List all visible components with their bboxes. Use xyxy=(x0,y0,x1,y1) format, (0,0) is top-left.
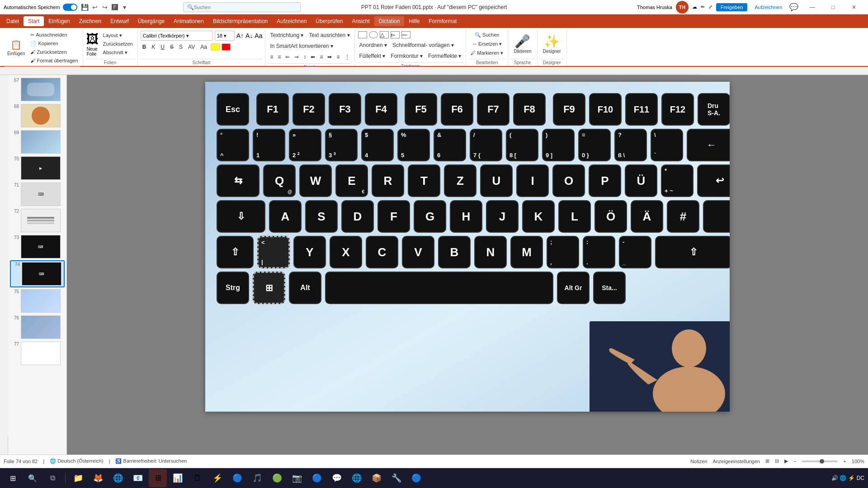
line-spacing-button[interactable]: ↕ xyxy=(302,52,308,61)
cloud-icon[interactable]: ☁ xyxy=(692,4,697,10)
indent-more-button[interactable]: ⇒ xyxy=(292,52,301,61)
taskbar-search[interactable]: 🔍 xyxy=(24,469,42,487)
more-icon[interactable]: ▾ xyxy=(121,3,129,11)
menu-einfuegen[interactable]: Einfügen xyxy=(44,16,74,26)
menu-start[interactable]: Start xyxy=(24,16,44,26)
format-uebertragen-button[interactable]: 🖌 Format übertragen xyxy=(28,56,80,65)
user-avatar[interactable]: TH xyxy=(676,1,689,14)
align-center-button[interactable]: ≡ xyxy=(318,52,325,61)
share-btn[interactable]: Freigeben xyxy=(716,3,748,11)
taskbar-settings[interactable]: 🔧 xyxy=(387,469,406,487)
notes-button[interactable]: Notizen xyxy=(690,459,707,464)
taskbar-explorer[interactable]: 📁 xyxy=(69,469,87,487)
search-box[interactable]: 🔍 xyxy=(183,2,301,12)
shrink-font-icon[interactable]: A↓ xyxy=(245,32,253,39)
taskbar-chrome[interactable]: 🌐 xyxy=(109,469,127,487)
menu-uebergaenge[interactable]: Übergänge xyxy=(133,16,169,26)
shadow-button[interactable]: S xyxy=(177,42,184,52)
expand-icon[interactable]: ⤢ xyxy=(708,4,712,10)
taskbar-app2[interactable]: 🔵 xyxy=(228,469,246,487)
taskbar-ppt[interactable]: 🖥 xyxy=(149,469,167,487)
accessibility-status[interactable]: ♿ Barrierefreiheit: Untersuchen xyxy=(115,458,187,464)
shape-tri[interactable]: △ xyxy=(380,31,389,38)
slide-panel[interactable]: 67 68 69 70 xyxy=(8,75,67,455)
view-normal-icon[interactable]: ⊞ xyxy=(765,458,769,464)
align-left-button[interactable]: ⬅ xyxy=(309,52,317,61)
menu-aufzeichnen[interactable]: Aufzeichnen xyxy=(272,16,311,26)
taskbar-mail[interactable]: 📧 xyxy=(129,469,147,487)
spacing-button[interactable]: AV xyxy=(186,42,197,52)
diktieren-button[interactable]: 🎤 Diktieren xyxy=(511,31,534,56)
shape-line[interactable]: — xyxy=(401,31,410,38)
indent-less-button[interactable]: ⇐ xyxy=(283,52,292,61)
menu-zeichnen[interactable]: Zeichnen xyxy=(75,16,106,26)
justify-button[interactable]: ≡ xyxy=(335,52,341,61)
taskbar-pkg[interactable]: 📦 xyxy=(368,469,386,487)
taskbar-onenote[interactable]: 🗒 xyxy=(189,469,207,487)
menu-animationen[interactable]: Animationen xyxy=(169,16,208,26)
num-list-button[interactable]: ≡ xyxy=(276,52,283,61)
underline-button[interactable]: U xyxy=(159,42,166,52)
case-button[interactable]: Aa xyxy=(198,42,209,52)
slide-thumb-77[interactable]: 77 xyxy=(10,341,65,366)
slide-thumb-72[interactable]: 72 xyxy=(10,208,65,233)
abschnitt-button[interactable]: Abschnitt ▾ xyxy=(101,48,135,56)
slide-thumb-71[interactable]: 71 ⌨ xyxy=(10,182,65,207)
redo-icon[interactable]: ↪ xyxy=(101,3,109,11)
ersetzen-button[interactable]: ↔ Ersetzen ▾ xyxy=(470,40,504,48)
taskbar-camera[interactable]: 📷 xyxy=(288,469,306,487)
font-size-selector[interactable]: 18 ▾ xyxy=(215,31,235,41)
canvas-area[interactable]: Esc F1 F2 F3 F4 F5 F6 F7 F8 F9 F10 F11 F… xyxy=(67,75,868,455)
menu-bildschirm[interactable]: Bildschirmpräsentation xyxy=(208,16,272,26)
slide-thumb-73[interactable]: 73 ⌨ xyxy=(10,234,65,259)
neue-folie-btn[interactable]: 🖼 NeueFolie xyxy=(86,32,99,56)
schnellformat-button[interactable]: Schnellformat- vorlagen ▾ xyxy=(391,41,456,50)
pen-icon[interactable]: ✏ xyxy=(701,4,705,10)
italic-button[interactable]: K xyxy=(150,42,157,52)
taskbar-app3[interactable]: 🔵 xyxy=(308,469,326,487)
menu-ansicht[interactable]: Ansicht xyxy=(347,16,374,26)
designer-button[interactable]: ✨ Designer xyxy=(540,31,564,56)
slide-thumb-74[interactable]: 74 ⌨ xyxy=(10,260,65,287)
columns-button[interactable]: ⋮ xyxy=(343,52,352,61)
font-family-selector[interactable]: Calibri (Textkörper) ▾ xyxy=(141,31,213,41)
record-btn[interactable]: Aufzeichnen xyxy=(751,3,786,11)
list-button[interactable]: ≡ xyxy=(268,52,275,61)
shape-oval[interactable] xyxy=(369,31,378,38)
slide-thumb-68[interactable]: 68 xyxy=(10,103,65,128)
shape-rect[interactable] xyxy=(358,31,367,38)
anordnen-button[interactable]: Anordnen ▾ xyxy=(358,41,389,50)
kopieren-button[interactable]: 📄 Kopieren xyxy=(28,39,80,47)
menu-ueberpruefen[interactable]: Überprüfen xyxy=(311,16,347,26)
save-icon[interactable]: 💾 xyxy=(81,3,89,11)
textrichtung-button[interactable]: Textrichtung ▾ xyxy=(268,31,305,40)
view-slide-icon[interactable]: ▶ xyxy=(784,458,788,464)
language-display[interactable]: 🌐 Deutsch (Österreich) xyxy=(50,458,104,464)
taskbar-browser2[interactable]: 🌐 xyxy=(348,469,366,487)
close-button[interactable]: ✕ xyxy=(844,0,864,14)
taskbar-media[interactable]: 🎵 xyxy=(248,469,266,487)
align-right-button[interactable]: ➡ xyxy=(326,52,334,61)
zoom-slider[interactable] xyxy=(802,460,838,462)
start-button[interactable]: ⊞ xyxy=(4,469,22,487)
slide-thumb-69[interactable]: 69 xyxy=(10,129,65,155)
smartart-button[interactable]: In SmartArt konvertieren ▾ xyxy=(268,42,335,51)
slide-thumb-67[interactable]: 67 xyxy=(10,77,65,102)
bold-button[interactable]: B xyxy=(141,42,148,52)
highlight-color[interactable] xyxy=(211,43,220,51)
font-color[interactable] xyxy=(222,43,231,51)
ausschneiden-button[interactable]: ✂ Ausschneiden xyxy=(28,31,80,39)
zuruecksetzen2-button[interactable]: Zurücksetzen xyxy=(101,40,135,48)
minimize-button[interactable]: — xyxy=(802,0,823,14)
zoom-out-icon[interactable]: − xyxy=(793,459,796,464)
clear-format-icon[interactable]: Aa xyxy=(255,32,262,39)
zoom-percent[interactable]: 100% xyxy=(852,459,864,464)
menu-entwurf[interactable]: Entwurf xyxy=(106,16,133,26)
taskbar-firefox[interactable]: 🦊 xyxy=(89,469,107,487)
comments-btn[interactable]: 💬 xyxy=(789,3,798,11)
shape-more[interactable]: ▻ xyxy=(391,31,400,38)
undo-icon[interactable]: ↩ xyxy=(91,3,99,11)
zuruecksetzen-button[interactable]: 🖌 Zurücksetzen xyxy=(28,48,80,56)
slide-thumb-76[interactable]: 76 xyxy=(10,314,65,340)
text-ausrichten-button[interactable]: Text ausrichten ▾ xyxy=(307,31,351,40)
